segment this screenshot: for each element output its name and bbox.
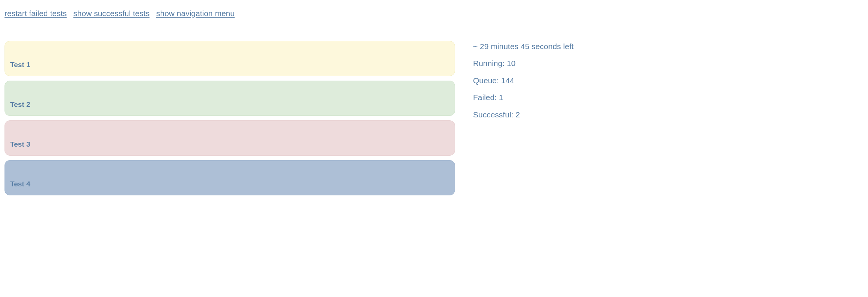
test-card[interactable]: Test 3: [5, 120, 455, 156]
test-card[interactable]: Test 4: [5, 160, 455, 195]
successful-count-text: Successful: 2: [473, 109, 863, 120]
tests-column: Test 1 Test 2 Test 3 Test 4: [5, 41, 455, 195]
test-card-label: Test 2: [10, 100, 30, 108]
stats-column: ~ 29 minutes 45 seconds left Running: 10…: [473, 41, 863, 195]
running-count-text: Running: 10: [473, 58, 863, 69]
test-card-label: Test 3: [10, 140, 30, 148]
restart-failed-link[interactable]: restart failed tests: [5, 9, 67, 18]
test-card[interactable]: Test 2: [5, 81, 455, 116]
test-card-label: Test 1: [10, 61, 30, 69]
show-navigation-link[interactable]: show navigation menu: [156, 9, 235, 18]
content-wrap: Test 1 Test 2 Test 3 Test 4 ~ 29 minutes…: [0, 28, 868, 200]
queue-count-text: Queue: 144: [473, 75, 863, 86]
header-bar: restart failed tests show successful tes…: [0, 0, 868, 28]
failed-count-text: Failed: 1: [473, 92, 863, 103]
time-left-text: ~ 29 minutes 45 seconds left: [473, 41, 863, 52]
show-successful-link[interactable]: show successful tests: [73, 9, 149, 18]
test-card-label: Test 4: [10, 180, 30, 188]
test-card[interactable]: Test 1: [5, 41, 455, 76]
